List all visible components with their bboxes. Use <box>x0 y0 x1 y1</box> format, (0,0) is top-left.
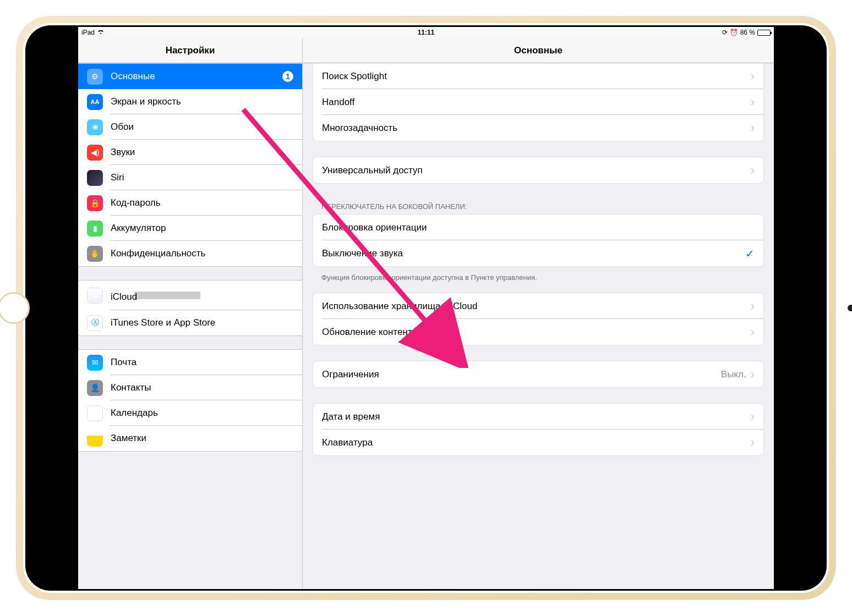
sidebar-item-label: Почта <box>111 357 293 368</box>
detail-row-выключение-звука[interactable]: Выключение звука✓ <box>313 240 763 266</box>
privacy-icon: ✋ <box>87 246 103 262</box>
sidebar-item-label: Экран и яркость <box>111 96 293 107</box>
sidebar-item-label: Siri <box>111 172 293 183</box>
detail-row-handoff[interactable]: Handoff› <box>313 89 763 115</box>
battery-icon: ▮ <box>87 221 103 237</box>
chevron-right-icon: › <box>751 95 755 109</box>
detail-label: Ограничения <box>322 369 721 380</box>
battery-icon <box>757 30 771 36</box>
sidebar-item-itunes-store-и-app-store[interactable]: ⒶiTunes Store и App Store <box>78 310 302 336</box>
detail-label: Блокировка ориентации <box>322 222 755 233</box>
siri-icon <box>87 170 103 186</box>
sidebar-item-заметки[interactable]: Заметки <box>78 426 302 451</box>
sidebar-item-календарь[interactable]: Календарь <box>78 400 302 426</box>
sidebar-item-label: Основные <box>111 71 282 82</box>
sidebar-item-обои[interactable]: ❀Обои <box>78 114 302 140</box>
sidebar-item-label: Звуки <box>111 147 293 158</box>
sidebar-item-экран-и-яркость[interactable]: AAЭкран и яркость <box>78 89 302 114</box>
detail-row-блокировка-ориентации[interactable]: Блокировка ориентации <box>313 215 763 240</box>
detail-label: Поиск Spotlight <box>322 71 751 82</box>
detail-label: Handoff <box>322 97 751 108</box>
rotation-lock-icon: ⟳ <box>722 29 728 36</box>
display-icon: AA <box>87 94 103 110</box>
detail-row-использование-хранилища-и-icloud[interactable]: Использование хранилища и iCloud› <box>313 293 763 319</box>
chevron-right-icon: › <box>751 163 755 178</box>
sidebar-item-label: Заметки <box>111 433 293 444</box>
sidebar-item-конфиденциальность[interactable]: ✋Конфиденциальность <box>78 241 302 266</box>
alarm-icon: ⏰ <box>730 29 738 36</box>
detail-label: Клавиатура <box>322 437 751 448</box>
sidebar-item-siri[interactable]: Siri <box>78 165 302 190</box>
sidebar-item-label: Аккумулятор <box>111 223 293 234</box>
chevron-right-icon: › <box>751 367 755 382</box>
settings-sidebar: Настройки ⚙Основные1AAЭкран и яркость❀Об… <box>78 38 303 589</box>
sidebar-item-аккумулятор[interactable]: ▮Аккумулятор <box>78 216 302 241</box>
sidebar-item-label: iTunes Store и App Store <box>111 317 293 328</box>
sidebar-item-label: Календарь <box>111 408 293 419</box>
icloud-icon: ☁ <box>87 288 103 304</box>
detail-panel: Основные Поиск Spotlight›Handoff›Многоза… <box>303 38 774 589</box>
chevron-right-icon: › <box>751 121 755 135</box>
detail-row-дата-и-время[interactable]: Дата и время› <box>313 404 763 430</box>
chevron-right-icon: › <box>751 299 755 314</box>
contacts-icon: 👤 <box>87 380 103 396</box>
sidebar-item-звуки[interactable]: ◀)Звуки <box>78 140 302 165</box>
gear-icon: ⚙ <box>87 69 103 85</box>
detail-row-многозадачность[interactable]: Многозадачность› <box>313 115 763 141</box>
sidebar-item-label: Конфиденциальность <box>111 248 293 259</box>
mail-icon: ✉ <box>87 355 103 371</box>
sidebar-item-основные[interactable]: ⚙Основные1 <box>78 64 302 89</box>
side-switch-header: ПЕРЕКЛЮЧАТЕЛЬ НА БОКОВОЙ ПАНЕЛИ: <box>303 199 774 214</box>
detail-label: Обновление контента <box>322 327 751 338</box>
detail-label: Дата и время <box>322 411 751 422</box>
checkmark-icon: ✓ <box>745 247 755 260</box>
chevron-right-icon: › <box>751 69 755 84</box>
ipad-frame: iPad 11:11 ⟳ ⏰ 86 % <box>17 16 835 600</box>
side-switch-footer: Функция блокировки ориентации доступна в… <box>303 270 774 293</box>
battery-percent: 86 % <box>740 29 755 36</box>
sounds-icon: ◀) <box>87 145 103 161</box>
badge-count: 1 <box>282 71 293 82</box>
home-button[interactable] <box>0 292 30 324</box>
detail-row-клавиатура[interactable]: Клавиатура› <box>313 430 763 455</box>
appstore-icon: Ⓐ <box>87 315 103 331</box>
detail-row-универсальный-доступ[interactable]: Универсальный доступ› <box>313 157 763 183</box>
chevron-right-icon: › <box>751 436 755 450</box>
detail-value: Выкл. <box>721 369 746 380</box>
sidebar-item-код-пароль[interactable]: 🔒Код-пароль <box>78 190 302 216</box>
detail-label: Многозадачность <box>322 123 751 134</box>
detail-label: Использование хранилища и iCloud <box>322 301 751 312</box>
detail-row-поиск-spotlight[interactable]: Поиск Spotlight› <box>313 63 763 89</box>
detail-label: Выключение звука <box>322 248 745 259</box>
chevron-right-icon: › <box>751 325 755 339</box>
front-camera <box>848 305 852 311</box>
wifi-icon <box>97 29 105 36</box>
chevron-right-icon: › <box>751 410 755 424</box>
clock: 11:11 <box>418 29 435 36</box>
passcode-icon: 🔒 <box>87 195 103 211</box>
calendar-icon <box>87 405 103 421</box>
sidebar-item-icloud[interactable]: ☁iCloud <box>78 280 302 310</box>
sidebar-item-почта[interactable]: ✉Почта <box>78 350 302 375</box>
detail-row-ограничения[interactable]: ОграниченияВыкл.› <box>313 361 763 387</box>
detail-title: Основные <box>303 38 774 63</box>
status-bar: iPad 11:11 ⟳ ⏰ 86 % <box>78 27 774 38</box>
wallpaper-icon: ❀ <box>87 119 103 135</box>
detail-label: Универсальный доступ <box>322 165 751 176</box>
sidebar-item-label: Контакты <box>111 382 293 393</box>
device-label: iPad <box>81 29 95 36</box>
sidebar-item-label: Код-пароль <box>111 197 293 208</box>
sidebar-item-контакты[interactable]: 👤Контакты <box>78 375 302 400</box>
detail-row-обновление-контента[interactable]: Обновление контента› <box>313 319 763 345</box>
sidebar-title: Настройки <box>78 38 302 63</box>
notes-icon <box>87 431 103 447</box>
icloud-account-sub <box>134 292 200 299</box>
sidebar-item-label: Обои <box>111 122 293 133</box>
